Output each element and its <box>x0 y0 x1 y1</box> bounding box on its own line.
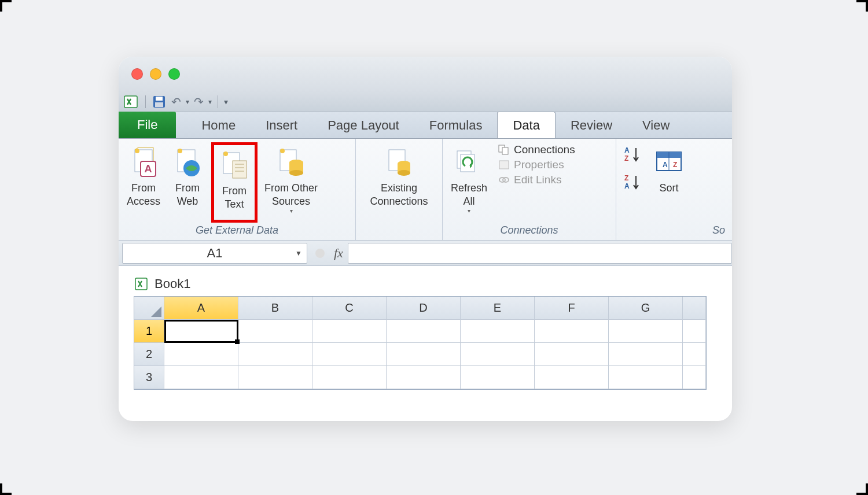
svg-point-25 <box>398 170 410 176</box>
undo-icon[interactable]: ↶ <box>171 95 181 109</box>
sort-icon: AZ <box>652 145 686 182</box>
svg-text:Z: Z <box>624 174 628 182</box>
cell[interactable] <box>387 343 461 366</box>
svg-rect-29 <box>502 147 508 154</box>
svg-rect-30 <box>499 161 509 169</box>
excel-doc-icon <box>134 276 149 291</box>
column-header[interactable]: B <box>238 297 312 320</box>
svg-text:A: A <box>624 146 630 154</box>
row-header[interactable]: 1 <box>134 320 164 343</box>
quick-access-toolbar: ↶ ▾ ↷ ▾ ▾ <box>119 91 732 112</box>
existing-connections-button[interactable]: Existing Connections <box>366 142 431 223</box>
chevron-down-icon: ▾ <box>290 208 293 215</box>
cell[interactable] <box>609 366 683 389</box>
column-header[interactable]: A <box>164 297 238 320</box>
from-text-icon <box>218 147 251 184</box>
tab-insert[interactable]: Insert <box>251 112 312 138</box>
from-other-sources-icon <box>274 145 308 182</box>
redo-icon[interactable]: ↷ <box>194 95 204 109</box>
cell[interactable] <box>238 343 312 366</box>
cell[interactable] <box>461 343 535 366</box>
formula-input[interactable] <box>348 243 732 264</box>
cell[interactable] <box>683 366 706 389</box>
cell[interactable] <box>609 343 683 366</box>
cell-a1[interactable] <box>164 320 238 343</box>
cell[interactable] <box>238 366 312 389</box>
connections-button[interactable]: Connections <box>498 143 575 156</box>
cell[interactable] <box>461 320 535 343</box>
cell[interactable] <box>683 343 706 366</box>
tab-file[interactable]: File <box>119 112 176 138</box>
cell[interactable] <box>609 320 683 343</box>
window-zoom-button[interactable] <box>168 68 180 80</box>
cell[interactable] <box>164 366 238 389</box>
cell[interactable] <box>535 366 609 389</box>
refresh-icon <box>453 145 486 182</box>
svg-rect-42 <box>135 278 147 290</box>
column-header[interactable] <box>683 297 706 320</box>
svg-rect-3 <box>155 102 163 107</box>
from-access-button[interactable]: A From Access <box>123 142 164 223</box>
sort-button[interactable]: AZ Sort <box>649 142 689 223</box>
svg-point-20 <box>289 170 303 176</box>
svg-text:A: A <box>145 163 152 175</box>
group-label-connections: Connections <box>447 223 611 239</box>
from-other-sources-button[interactable]: From Other Sources ▾ <box>261 142 321 223</box>
column-header[interactable]: G <box>609 297 683 320</box>
cell[interactable] <box>535 320 609 343</box>
from-web-button[interactable]: From Web <box>167 142 208 223</box>
spreadsheet-grid[interactable]: A B C D E F G 1 2 <box>134 296 707 390</box>
formula-bar: A1 ▼ fx <box>119 241 732 266</box>
svg-text:A: A <box>663 161 668 169</box>
cell[interactable] <box>312 320 387 343</box>
existing-connections-icon <box>382 145 415 182</box>
cell[interactable] <box>164 343 238 366</box>
properties-icon <box>498 159 510 171</box>
chevron-down-icon[interactable]: ▼ <box>295 249 302 257</box>
column-header[interactable]: E <box>461 297 535 320</box>
window-minimize-button[interactable] <box>150 68 161 80</box>
cell[interactable] <box>312 343 387 366</box>
edit-links-button: Edit Links <box>498 173 575 186</box>
tab-page-layout[interactable]: Page Layout <box>312 112 414 138</box>
connections-icon <box>498 144 510 156</box>
row-header[interactable]: 3 <box>134 366 164 389</box>
select-all-corner[interactable] <box>134 297 164 320</box>
tab-formulas[interactable]: Formulas <box>414 112 498 138</box>
cell[interactable] <box>387 320 461 343</box>
undo-dropdown-icon[interactable]: ▾ <box>186 98 189 106</box>
from-web-icon <box>171 145 204 182</box>
qat-customize-icon[interactable]: ▾ <box>224 97 228 106</box>
save-icon[interactable] <box>152 94 167 109</box>
svg-point-16 <box>223 152 228 156</box>
cell[interactable] <box>312 366 387 389</box>
cell[interactable] <box>535 343 609 366</box>
cell[interactable] <box>461 366 535 389</box>
insert-function-button[interactable]: fx <box>334 246 343 261</box>
cell[interactable] <box>238 320 312 343</box>
tab-review[interactable]: Review <box>556 112 627 138</box>
workbook-title-bar: Book1 <box>134 276 732 291</box>
row-header[interactable]: 2 <box>134 343 164 366</box>
column-header[interactable]: D <box>387 297 461 320</box>
name-box[interactable]: A1 ▼ <box>122 243 307 264</box>
redo-dropdown-icon[interactable]: ▾ <box>208 98 212 106</box>
svg-text:Z: Z <box>624 154 628 162</box>
sort-asc-icon[interactable]: AZ <box>623 146 643 163</box>
column-header[interactable]: F <box>535 297 609 320</box>
cell[interactable] <box>387 366 461 389</box>
column-header[interactable]: C <box>312 297 387 320</box>
from-text-button[interactable]: From Text <box>211 142 258 223</box>
window-close-button[interactable] <box>131 68 143 80</box>
tab-data[interactable]: Data <box>497 112 555 138</box>
refresh-all-button[interactable]: Refresh All ▾ <box>447 142 491 223</box>
ribbon-tabs: File Home Insert Page Layout Formulas Da… <box>119 112 732 139</box>
properties-button: Properties <box>498 158 575 171</box>
sort-desc-icon[interactable]: ZA <box>623 173 643 191</box>
svg-point-21 <box>280 149 285 153</box>
svg-text:A: A <box>624 182 630 190</box>
group-label-sort-partial: So <box>621 223 727 239</box>
cell[interactable] <box>683 320 706 343</box>
tab-home[interactable]: Home <box>186 112 251 138</box>
tab-view[interactable]: View <box>627 112 685 138</box>
